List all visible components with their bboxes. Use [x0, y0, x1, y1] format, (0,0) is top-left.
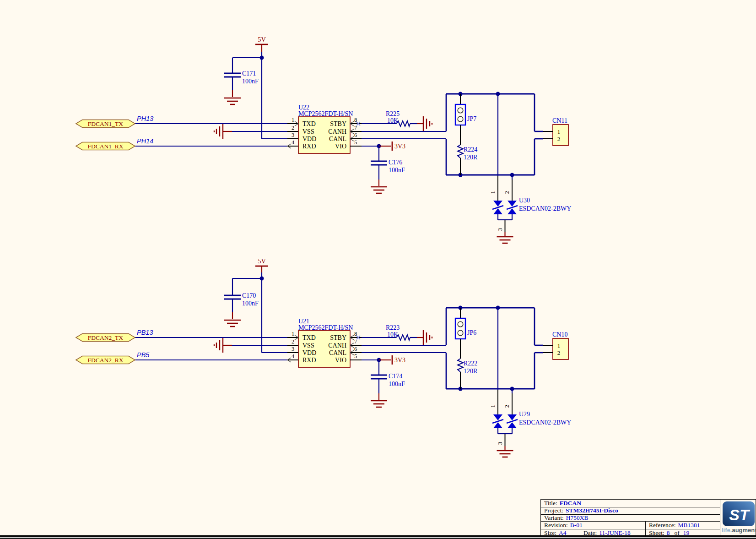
port-label: FDCAN2_TX	[88, 334, 124, 341]
resistor-ref: R223	[386, 324, 400, 331]
power-rail-label: 3V3	[394, 143, 405, 150]
power-rail-label: 3V3	[394, 357, 405, 364]
connector-ref: CN10	[552, 331, 567, 338]
capacitor-value: 100nF	[389, 381, 405, 387]
variant-label: Variant:	[544, 514, 564, 522]
resistor-ref: R225	[386, 110, 400, 117]
connector-body	[553, 125, 568, 146]
circuit-fdcan1: FDCAN1_TXPH13FDCAN1_RXPH145VC171100nFU22…	[76, 36, 571, 243]
circuit-fdcan2: FDCAN2_TXPB13FDCAN2_RXPB55VC170100nFU21M…	[76, 257, 571, 457]
title-block-fields: Title: FDCAN Project: STM32H745I-Disco V…	[541, 500, 720, 535]
resistor-symbol	[458, 145, 463, 158]
connector-ref: CN11	[552, 117, 567, 124]
project-row: Project: STM32H745I-Disco	[541, 507, 720, 514]
pin-name: CANH	[328, 342, 346, 349]
tvs-diode-triangle	[508, 422, 517, 428]
connector-body	[553, 338, 568, 359]
connector-pin-number: 1	[557, 128, 561, 135]
variant-row: Variant: H750XB	[541, 514, 720, 521]
esd-pin-number: 1	[490, 405, 496, 408]
resistor-ref: R222	[464, 360, 477, 367]
pin-number: 3	[292, 346, 294, 352]
net-label: PH14	[137, 137, 153, 145]
st-tagline-life: life.	[722, 527, 732, 534]
pin-name: VDD	[302, 349, 316, 356]
schematic-drawing: FDCAN1_TXPH13FDCAN1_RXPH145VC171100nFU22…	[0, 0, 756, 539]
connector-pin-number: 1	[557, 342, 561, 349]
pin-number: 6	[354, 132, 357, 138]
capacitor-value: 100nF	[242, 78, 259, 85]
project-label: Project:	[544, 507, 563, 514]
connector-pin-number: 2	[557, 349, 561, 356]
esd-part: ESDCAN02-2BWY	[519, 205, 571, 212]
capacitor-ref: C171	[242, 70, 256, 77]
st-logo-monogram: ST	[729, 506, 751, 523]
revision-value: B-01	[570, 522, 583, 529]
resistor-value: 120R	[464, 154, 478, 161]
pin-number: 4	[292, 353, 295, 359]
pin-name: CANL	[329, 349, 346, 356]
title-row: Title: FDCAN	[541, 500, 720, 507]
tvs-diode-triangle	[493, 201, 502, 207]
title-label: Title:	[544, 500, 557, 507]
power-rail-label: 5V	[258, 36, 266, 43]
st-logo-cell: ST life.augmented	[720, 500, 756, 535]
pin-name: VDD	[302, 136, 316, 142]
esd-part: ESDCAN02-2BWY	[519, 419, 571, 426]
pin-number: 1	[292, 117, 294, 123]
schematic-sheet: FDCAN1_TXPH13FDCAN1_RXPH145VC171100nFU22…	[0, 0, 756, 539]
esd-pin-number: 1	[490, 191, 496, 194]
pin-name: STBY	[330, 120, 346, 127]
resistor-symbol	[396, 335, 410, 340]
pin-name: CANL	[329, 136, 346, 142]
pin-name: CANH	[328, 128, 346, 135]
title-value: FDCAN	[560, 500, 581, 507]
pin-name: RXD	[302, 357, 316, 364]
transceiver-part: MCP2562FDT-H/SN	[298, 324, 353, 331]
reference-label: Reference:	[649, 522, 675, 529]
st-logo: ST	[723, 501, 755, 526]
esd-pin-number: 2	[504, 405, 510, 408]
resistor-ref: R224	[464, 146, 477, 153]
capacitor-ref: C174	[389, 373, 402, 380]
revision-label: Revision:	[544, 522, 568, 529]
pin-number: 5	[354, 139, 357, 146]
resistor-value: 10K	[387, 331, 398, 338]
tvs-diode-triangle	[493, 208, 502, 214]
esd-pin-number: 3	[497, 228, 503, 231]
capacitor-value: 100nF	[389, 167, 405, 174]
resistor-symbol	[458, 359, 463, 372]
project-value: STM32H745I-Disco	[566, 507, 618, 514]
pin-name: STBY	[330, 334, 346, 341]
net-label: PH13	[137, 115, 153, 122]
tvs-diode-triangle	[493, 414, 502, 420]
jumper-ref: JP6	[467, 329, 476, 336]
esd-ref: U29	[519, 411, 530, 418]
esd-pin-number: 2	[504, 191, 510, 194]
port-label: FDCAN2_RX	[87, 357, 123, 364]
esd-pin-number: 3	[497, 442, 503, 445]
port-label: FDCAN1_RX	[87, 143, 123, 150]
pin-number: 5	[354, 353, 357, 359]
transceiver-ref: U21	[298, 318, 309, 325]
tvs-diode-triangle	[508, 414, 517, 420]
connector-pin-number: 2	[557, 136, 561, 142]
jumper-pad	[458, 330, 463, 336]
pin-number: 2	[292, 125, 294, 131]
pin-name: RXD	[302, 143, 316, 150]
resistor-value: 10K	[387, 117, 398, 124]
pin-name: VSS	[302, 342, 314, 349]
pin-name: VIO	[335, 143, 346, 150]
revision-row: Revision: B-01 Reference: MB1381	[541, 521, 720, 529]
port-label: FDCAN1_TX	[88, 120, 124, 127]
pin-number: 6	[354, 346, 357, 352]
pin-name: VSS	[302, 128, 314, 135]
transceiver-part: MCP2562FDT-H/SN	[298, 110, 353, 117]
reference-value: MB1381	[678, 522, 700, 529]
capacitor-ref: C170	[242, 292, 256, 299]
esd-ref: U30	[519, 197, 530, 204]
jumper-pad	[458, 116, 463, 122]
capacitor-ref: C176	[389, 159, 402, 166]
capacitor-value: 100nF	[242, 300, 259, 307]
st-tagline-augmented: augmented	[732, 527, 756, 534]
